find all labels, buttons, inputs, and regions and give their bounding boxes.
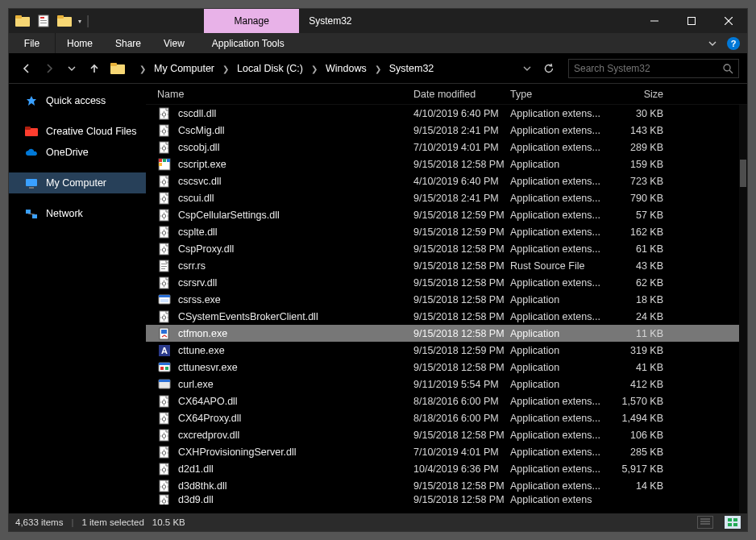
- file-type: Application extens...: [510, 396, 612, 407]
- file-date: 9/15/2018 12:58 PM: [413, 294, 510, 305]
- maximize-button[interactable]: [673, 9, 710, 33]
- chevron-right-icon[interactable]: ❯: [306, 64, 322, 73]
- file-row[interactable]: CscMig.dll9/15/2018 2:41 PMApplication e…: [146, 122, 739, 139]
- file-row[interactable]: Acttune.exe9/15/2018 12:59 PMApplication…: [146, 342, 739, 359]
- breadcrumb-folder-icon: [109, 60, 127, 77]
- column-headers[interactable]: Name Date modified Type Size: [146, 84, 747, 105]
- search-box[interactable]: [568, 59, 739, 78]
- file-row[interactable]: cscript.exe9/15/2018 12:58 PMApplication…: [146, 156, 739, 172]
- file-name: CXHProvisioningServer.dll: [178, 447, 413, 458]
- file-row[interactable]: d3d8thk.dll9/15/2018 12:58 PMApplication…: [146, 477, 739, 494]
- sidebar-item-network[interactable]: Network: [9, 203, 146, 224]
- file-date: 8/18/2016 6:00 PM: [413, 413, 510, 424]
- file-row[interactable]: CX64Proxy.dll8/18/2016 6:00 PMApplicatio…: [146, 409, 739, 426]
- file-date: 9/15/2018 12:58 PM: [413, 362, 510, 373]
- new-folder-icon[interactable]: [56, 12, 73, 30]
- breadcrumb-item[interactable]: Windows: [322, 63, 370, 74]
- file-row[interactable]: csrr.rs9/15/2018 12:58 PMRust Source Fil…: [146, 257, 739, 274]
- search-icon[interactable]: [723, 64, 733, 74]
- file-row[interactable]: cscui.dll9/15/2018 2:41 PMApplication ex…: [146, 189, 739, 206]
- svg-rect-89: [159, 295, 170, 297]
- file-row[interactable]: cscobj.dll7/10/2019 4:01 PMApplication e…: [146, 139, 739, 156]
- breadcrumb-item[interactable]: Local Disk (C:): [234, 63, 306, 74]
- sidebar-item-creative-cloud-files[interactable]: Creative Cloud Files: [9, 121, 146, 142]
- file-date: 7/10/2019 4:01 PM: [413, 447, 510, 458]
- file-name: cscdll.dll: [178, 108, 413, 119]
- ribbon-tab-view[interactable]: View: [152, 33, 196, 53]
- sidebar-item-quick-access[interactable]: Quick access: [9, 90, 146, 111]
- column-date[interactable]: Date modified: [413, 89, 510, 100]
- svg-rect-102: [159, 363, 170, 365]
- status-selection-size: 10.5 KB: [152, 517, 185, 527]
- file-row[interactable]: cttunesvr.exe9/15/2018 12:58 PMApplicati…: [146, 359, 739, 376]
- breadcrumb-item[interactable]: My Computer: [151, 63, 218, 74]
- svg-rect-21: [29, 187, 34, 189]
- file-icon: [157, 260, 172, 272]
- back-button[interactable]: [17, 59, 36, 78]
- recent-locations-icon[interactable]: [62, 59, 81, 78]
- file-row[interactable]: d2d1.dll10/4/2019 6:36 PMApplication ext…: [146, 460, 739, 477]
- file-row[interactable]: CspProxy.dll9/15/2018 12:58 PMApplicatio…: [146, 240, 739, 257]
- file-row[interactable]: d3d9.dll9/15/2018 12:58 PMApplication ex…: [146, 494, 739, 505]
- minimize-button[interactable]: [636, 9, 673, 33]
- file-row[interactable]: cscsvc.dll4/10/2019 6:40 PMApplication e…: [146, 172, 739, 189]
- ribbon-file-tab[interactable]: File: [9, 33, 56, 53]
- qat-dropdown-icon[interactable]: ▾: [75, 18, 85, 25]
- file-icon: [157, 494, 172, 505]
- file-row[interactable]: cscdll.dll4/10/2019 6:40 PMApplication e…: [146, 105, 739, 122]
- breadcrumb[interactable]: ❯ My Computer❯Local Disk (C:)❯Windows❯Sy…: [131, 59, 536, 78]
- details-view-button[interactable]: [697, 516, 713, 529]
- svg-rect-152: [728, 518, 732, 521]
- file-icon: [157, 192, 172, 205]
- forward-button[interactable]: [39, 59, 59, 78]
- properties-icon[interactable]: [35, 12, 52, 30]
- file-row[interactable]: cxcredprov.dll9/15/2018 12:58 PMApplicat…: [146, 426, 739, 443]
- file-type: Application: [510, 294, 612, 305]
- search-input[interactable]: [574, 63, 723, 74]
- contextual-tab-manage[interactable]: Manage: [204, 9, 299, 33]
- scrollbar-thumb[interactable]: [740, 160, 746, 187]
- file-row[interactable]: CspCellularSettings.dll9/15/2018 12:59 P…: [146, 206, 739, 223]
- sidebar-item-label: Network: [46, 208, 83, 219]
- file-row[interactable]: curl.exe9/11/2019 5:54 PMApplication412 …: [146, 376, 739, 393]
- file-list[interactable]: cscdll.dll4/10/2019 6:40 PMApplication e…: [146, 105, 747, 513]
- chevron-right-icon[interactable]: ❯: [135, 64, 151, 73]
- file-size: 43 KB: [612, 260, 676, 272]
- file-row[interactable]: CXHProvisioningServer.dll7/10/2019 4:01 …: [146, 443, 739, 460]
- thumbnails-view-button[interactable]: [725, 516, 741, 529]
- file-name: cttunesvr.exe: [178, 362, 413, 373]
- file-icon: [157, 361, 172, 374]
- address-dropdown-icon[interactable]: [518, 64, 536, 73]
- ribbon-expand-icon[interactable]: [700, 33, 725, 53]
- svg-rect-103: [160, 367, 164, 370]
- svg-rect-4: [40, 20, 47, 21]
- explorer-window: ▾ | Manage System32 File HomeShareView A…: [8, 8, 748, 532]
- file-row[interactable]: CX64APO.dll8/18/2016 6:00 PMApplication …: [146, 393, 739, 409]
- file-row[interactable]: csrss.exe9/15/2018 12:58 PMApplication18…: [146, 291, 739, 308]
- file-row[interactable]: csrsrv.dll9/15/2018 12:58 PMApplication …: [146, 274, 739, 291]
- sidebar-item-my-computer[interactable]: My Computer: [9, 172, 146, 193]
- chevron-right-icon[interactable]: ❯: [370, 64, 386, 73]
- close-button[interactable]: [710, 9, 747, 33]
- file-row[interactable]: ctfmon.exe9/15/2018 12:58 PMApplication1…: [146, 325, 739, 342]
- file-size: 723 KB: [612, 176, 676, 187]
- column-size[interactable]: Size: [612, 89, 676, 100]
- column-name[interactable]: Name: [157, 89, 413, 100]
- file-date: 9/11/2019 5:54 PM: [413, 379, 510, 390]
- ribbon-tab-home[interactable]: Home: [56, 33, 104, 53]
- vertical-scrollbar[interactable]: [739, 105, 747, 513]
- breadcrumb-item[interactable]: System32: [386, 63, 438, 74]
- qat-divider: |: [85, 14, 91, 28]
- column-type[interactable]: Type: [510, 89, 612, 100]
- chevron-right-icon[interactable]: ❯: [218, 64, 234, 73]
- file-row[interactable]: CSystemEventsBrokerClient.dll9/15/2018 1…: [146, 308, 739, 325]
- ribbon-context-tab[interactable]: Application Tools: [201, 33, 296, 53]
- ribbon-tab-share[interactable]: Share: [104, 33, 152, 53]
- help-icon[interactable]: ?: [725, 35, 742, 52]
- file-icon: [157, 276, 172, 289]
- up-button[interactable]: [85, 59, 104, 78]
- sidebar-item-onedrive[interactable]: OneDrive: [9, 142, 146, 163]
- file-row[interactable]: csplte.dll9/15/2018 12:59 PMApplication …: [146, 223, 739, 240]
- refresh-button[interactable]: [539, 63, 559, 74]
- file-name: CspProxy.dll: [178, 243, 413, 255]
